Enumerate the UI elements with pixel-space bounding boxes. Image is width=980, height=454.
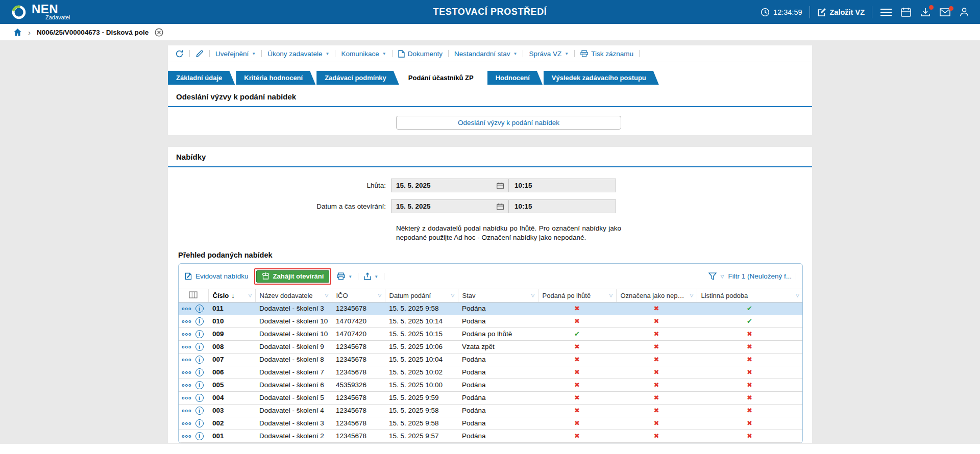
toolbar-item-ukony-zadavatele[interactable]: Úkony zadavatele▼: [267, 50, 329, 58]
row-actions-icon[interactable]: ooo: [182, 319, 192, 324]
filter-caret-icon[interactable]: ▽: [378, 293, 382, 298]
row-actions-icon[interactable]: ooo: [182, 434, 192, 439]
filter-caret-icon[interactable]: ▽: [721, 274, 724, 279]
calendar-icon[interactable]: [900, 6, 912, 18]
column-header-podana-po-lhute[interactable]: Podaná po lhůtě▽: [538, 289, 616, 302]
calendar-icon[interactable]: [497, 182, 504, 189]
tab-zakladni-udaje[interactable]: Základní údaje: [168, 71, 235, 85]
row-actions-icon[interactable]: ooo: [182, 357, 192, 362]
refresh-icon[interactable]: [175, 49, 184, 58]
cross-icon: ✖: [574, 343, 580, 350]
table-row[interactable]: oooi004Dodavatel - školení 51234567815. …: [179, 391, 802, 404]
row-actions-icon[interactable]: ooo: [182, 306, 192, 311]
table-row[interactable]: oooi007Dodavatel - školení 81234567815. …: [179, 353, 802, 366]
filter-caret-icon[interactable]: ▽: [249, 293, 252, 298]
row-actions-icon[interactable]: ooo: [182, 395, 192, 400]
cross-icon: ✖: [654, 343, 659, 350]
row-info-icon[interactable]: i: [195, 432, 204, 440]
row-info-icon[interactable]: i: [195, 407, 204, 415]
calendar-icon[interactable]: [497, 203, 504, 210]
record-offer-button[interactable]: Evidovat nabídku: [185, 272, 249, 280]
table-row[interactable]: oooi006Dodavatel - školení 71234567815. …: [179, 366, 802, 379]
toolbar-item-tisk-zaznamu[interactable]: Tisk záznamu: [580, 50, 633, 58]
row-info-icon[interactable]: i: [195, 330, 204, 338]
column-chooser-icon[interactable]: [179, 289, 208, 302]
table-row[interactable]: oooi005Dodavatel - školení 64535932615. …: [179, 379, 802, 391]
breadcrumb-item[interactable]: N006/25/V00004673 - Disková pole: [37, 29, 149, 36]
row-info-icon[interactable]: i: [195, 381, 204, 389]
row-actions-icon[interactable]: ooo: [182, 344, 192, 349]
row-actions-icon[interactable]: ooo: [182, 408, 192, 413]
table-row[interactable]: oooi008Dodavatel - školení 91234567815. …: [179, 340, 802, 353]
column-label: Stav: [462, 292, 476, 299]
row-info-icon[interactable]: i: [195, 317, 204, 325]
column-header-cislo[interactable]: Číslo↓▽: [208, 289, 255, 302]
nen-logo[interactable]: NEN Zadavatel: [10, 4, 70, 21]
user-icon[interactable]: [959, 6, 970, 18]
home-icon[interactable]: [13, 28, 22, 36]
column-header-listinna-podoba[interactable]: Listinná podoba▽: [697, 289, 802, 302]
print-table-button[interactable]: ▼: [337, 272, 352, 280]
toolbar-item-dokumenty[interactable]: Dokumenty: [398, 50, 443, 58]
filter-caret-icon[interactable]: ▽: [609, 293, 613, 298]
column-header-stav[interactable]: Stav▽: [458, 289, 538, 302]
menu-icon[interactable]: [879, 7, 893, 17]
filter-caret-icon[interactable]: ▽: [531, 293, 535, 298]
messages-icon[interactable]: [939, 7, 951, 17]
filter-caret-icon[interactable]: ▽: [690, 293, 694, 298]
row-actions-icon[interactable]: ooo: [182, 332, 192, 337]
toolbar-item-uverejneni[interactable]: Uveřejnění▼: [215, 50, 256, 58]
export-button[interactable]: ▼: [364, 272, 378, 280]
table-row[interactable]: oooi010Dodavatel - školení 101470742015.…: [179, 315, 802, 327]
tab-hodnoceni[interactable]: Hodnocení: [487, 71, 543, 85]
deadline-field[interactable]: 15. 5. 2025 10:15: [391, 179, 616, 192]
row-actions-cell: oooi: [179, 379, 208, 391]
edit-record-icon[interactable]: [195, 49, 204, 58]
opening-field[interactable]: 15. 5. 2025 10:15: [391, 199, 616, 213]
table-row[interactable]: oooi009Dodavatel - školení 101470742015.…: [179, 327, 802, 340]
toolbar-item-label: Úkony zadavatele: [267, 50, 322, 58]
row-info-icon[interactable]: i: [195, 356, 204, 364]
row-actions-icon[interactable]: ooo: [182, 383, 192, 388]
table-row[interactable]: oooi011Dodavatel - školení 31234567815. …: [179, 302, 802, 315]
toolbar-item-nestandardni-stav[interactable]: Nestandardní stav▼: [454, 50, 517, 58]
create-vz-button[interactable]: Založit VZ: [817, 8, 865, 17]
edit-pencil-icon: [817, 8, 826, 17]
table-row[interactable]: oooi002Dodavatel - školení 31234567815. …: [179, 417, 802, 430]
downloads-icon[interactable]: [919, 6, 932, 18]
tab-zadavaci-podminky[interactable]: Zadávací podmínky: [316, 71, 399, 85]
tab-vysledek-zadavaciho-postupu[interactable]: Výsledek zadávacího postupu: [544, 71, 659, 85]
column-header-datum-podani[interactable]: Datum podání▽: [385, 289, 458, 302]
column-header-nazev-dodavatele[interactable]: Název dodavatele▽: [255, 289, 332, 302]
start-opening-button[interactable]: Zahájit otevírání: [256, 270, 330, 283]
funnel-icon[interactable]: [708, 272, 717, 280]
table-row[interactable]: oooi003Dodavatel - školení 41234567815. …: [179, 404, 802, 417]
cell-paper_form: ✔: [697, 302, 802, 315]
column-header-oznacena-jako-nepodana[interactable]: Označena jako nepodaná▽: [616, 289, 697, 302]
active-filter-label[interactable]: Filtr 1 (Neuložený f...: [728, 272, 792, 280]
cross-icon: ✖: [574, 368, 580, 376]
table-row[interactable]: oooi001Dodavatel - školení 21234567815. …: [179, 430, 802, 442]
row-actions-cell: oooi: [179, 353, 208, 366]
row-info-icon[interactable]: i: [195, 394, 204, 402]
cell-marked_not_submitted: ✖: [616, 315, 697, 327]
toolbar-item-sprava-vz[interactable]: Správa VZ▼: [529, 50, 569, 58]
row-actions-icon[interactable]: ooo: [182, 370, 192, 375]
filter-caret-icon[interactable]: ▽: [796, 293, 799, 298]
tab-kriteria-hodnoceni[interactable]: Kritéria hodnocení: [236, 71, 315, 85]
filter-caret-icon[interactable]: ▽: [451, 293, 455, 298]
send-invitation-button[interactable]: Odeslání výzvy k podání nabídek: [396, 116, 621, 130]
close-record-icon[interactable]: [155, 28, 163, 37]
row-info-icon[interactable]: i: [195, 368, 204, 376]
cell-submitted: 15. 5. 2025 10:06: [385, 340, 458, 353]
column-header-ico[interactable]: IČO▽: [332, 289, 385, 302]
row-info-icon[interactable]: i: [195, 419, 204, 427]
row-info-icon[interactable]: i: [195, 305, 204, 313]
cell-ico: 45359326: [332, 379, 385, 391]
toolbar-item-komunikace[interactable]: Komunikace▼: [341, 50, 386, 58]
tab-podani-ucastniku-zp[interactable]: Podání účastníků ZP: [400, 71, 486, 85]
cell-status: Podána: [458, 417, 538, 430]
row-info-icon[interactable]: i: [195, 343, 204, 351]
row-actions-icon[interactable]: ooo: [182, 421, 192, 426]
filter-caret-icon[interactable]: ▽: [325, 293, 329, 298]
